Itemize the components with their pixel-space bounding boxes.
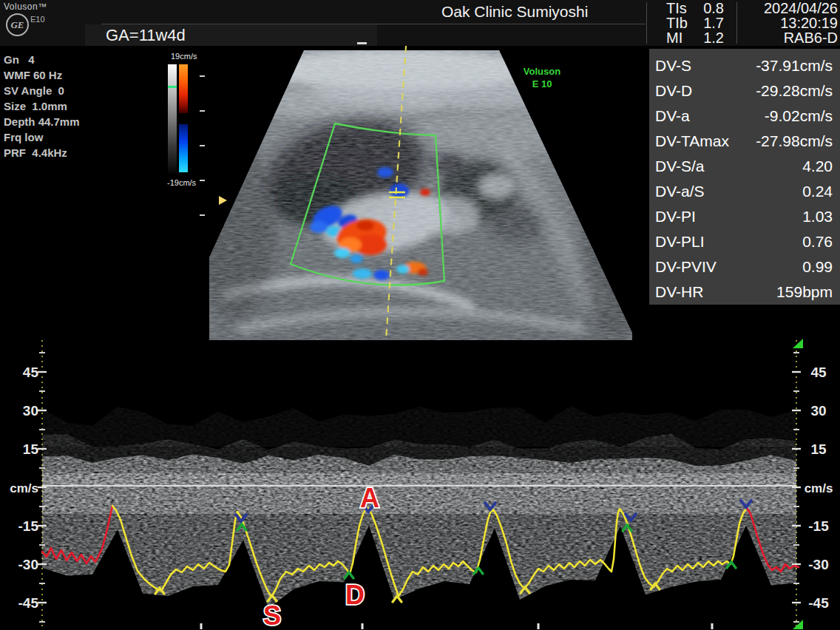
depth-tick: [200, 214, 205, 216]
ti-value: 1.7: [703, 16, 724, 30]
grayscale-bar: [168, 64, 177, 174]
scan-param: WMF 60 Hz: [4, 67, 80, 83]
ultrasound-screen: Voluson™ GE E10 GA=11w4d Oak Clinic Sumi…: [0, 0, 840, 630]
dv-measurement-row: DV-a-9.02cm/s: [655, 104, 833, 129]
y-axis-label-right: cm/s: [805, 481, 833, 495]
time-text: 13:20:19: [739, 16, 838, 30]
y-axis-label-left: cm/s: [10, 481, 38, 495]
header-separator-2: [736, 2, 737, 44]
ti-label: TIb: [666, 16, 688, 30]
dv-label: DV-HR: [655, 280, 703, 305]
thermal-index-block: TIs0.8TIb1.7MI1.2: [666, 1, 724, 45]
doppler-baseline: [42, 485, 796, 487]
ge-logo-icon: GE: [6, 13, 29, 36]
scan-param: SV Angle 0: [4, 83, 80, 98]
grayscale-marker: [168, 86, 177, 88]
header-bar: Voluson™ GE E10 GA=11w4d Oak Clinic Sumi…: [0, 0, 840, 46]
y-axis-label-left: 15: [23, 441, 39, 457]
scroll-marker-bottom-icon: [793, 620, 803, 629]
dv-measurement-row: DV-HR159bpm: [655, 280, 833, 305]
dv-value: 1.03: [802, 204, 833, 229]
colorbar-positive: [179, 64, 188, 113]
ti-label: TIs: [666, 1, 687, 16]
y-axis-label-left: -45: [18, 595, 39, 611]
dv-label: DV-D: [655, 78, 692, 104]
y-axis-label-right: 15: [810, 441, 827, 457]
dv-measurements-panel: DV-S-37.91cm/sDV-D-29.28cm/sDV-a-9.02cm/…: [649, 49, 840, 305]
spectrum-dense-band: [42, 473, 796, 514]
scan-param: Depth 44.7mm: [4, 114, 80, 129]
colorbar-max-label: 19cm/s: [171, 52, 197, 61]
dv-measurement-row: DV-PLI0.76: [655, 229, 833, 254]
datetime-probe-block: 2024/04/2613:20:19RAB6-D: [739, 1, 838, 45]
spectrum-faint-noise: [42, 406, 796, 447]
wave-label-D: D: [345, 580, 365, 610]
scan-param: Frq low: [4, 129, 80, 145]
scan-param: PRF 4.4kHz: [4, 145, 80, 160]
dv-measurement-row: DV-TAmax-27.98cm/s: [655, 129, 833, 154]
scan-param: Size 1.0mm: [4, 98, 80, 114]
depth-tick: [200, 75, 205, 77]
dv-value: -29.28cm/s: [756, 78, 833, 104]
dv-value: 159bpm: [776, 280, 833, 305]
dv-measurement-row: DV-S-37.91cm/s: [655, 53, 833, 78]
dv-measurement-row: DV-a/S0.24: [655, 179, 833, 204]
voluson-watermark-line1: Voluson: [524, 66, 560, 77]
ti-value: 0.8: [703, 1, 724, 16]
y-axis-label-left: 30: [23, 403, 38, 419]
dv-label: DV-PLI: [655, 229, 705, 254]
dv-measurement-row: DV-D-29.28cm/s: [655, 78, 833, 104]
y-axis-label-right: 45: [810, 365, 827, 380]
y-axis-label-right: -45: [808, 595, 829, 611]
y-axis-label-right: -15: [808, 518, 829, 534]
scan-param: Gn 4: [4, 52, 80, 67]
y-axis-label-left: -30: [18, 557, 38, 572]
scan-parameters: Gn 4WMF 60 HzSV Angle 0Size 1.0mmDepth 4…: [4, 52, 80, 160]
time-tick: [362, 623, 364, 629]
dv-value: 0.99: [802, 254, 833, 280]
depth-tick: [200, 110, 205, 112]
ti-row: MI1.2: [666, 30, 724, 45]
ti-row: TIs0.8: [666, 1, 724, 16]
depth-tick: [200, 180, 205, 181]
date-text: 2024/04/26: [739, 1, 838, 16]
probe-name: RAB6-D: [739, 30, 838, 45]
dv-measurement-row: DV-S/a4.20: [655, 154, 833, 179]
dv-value: -27.98cm/s: [756, 129, 833, 154]
brand-model: E10: [30, 15, 45, 24]
dv-label: DV-PVIV: [655, 254, 717, 280]
bmode-image-area: Voluson E 10: [209, 44, 632, 340]
brand-voluson: Voluson™: [4, 1, 47, 12]
ti-row: TIb1.7: [666, 16, 724, 30]
ti-label: MI: [666, 30, 682, 45]
focus-arrow-icon: [219, 196, 227, 205]
colorbar-negative: [179, 124, 188, 172]
time-tick: [538, 623, 540, 629]
dv-label: DV-PI: [655, 204, 696, 229]
y-axis-label-left: -15: [18, 518, 39, 534]
dv-value: -37.91cm/s: [756, 53, 833, 78]
spectral-doppler-area: 454530301515cm/scm/s-15-15-30-30-45-45AS…: [0, 337, 840, 630]
depth-tick: [200, 145, 205, 146]
y-axis-label-right: -30: [808, 557, 828, 572]
dv-measurement-row: DV-PVIV0.99: [655, 254, 833, 280]
time-tick: [711, 623, 714, 629]
y-axis-label-right: 30: [810, 403, 826, 419]
dv-value: -9.02cm/s: [765, 104, 833, 129]
wave-label-A: A: [360, 483, 379, 513]
dv-value: 4.20: [802, 154, 833, 179]
scroll-marker-top-icon: [793, 339, 803, 348]
dv-label: DV-S: [655, 53, 691, 78]
time-tick: [200, 623, 203, 629]
wave-label-S: S: [263, 600, 281, 630]
dv-value: 0.76: [802, 229, 833, 254]
ti-value: 1.2: [703, 30, 724, 45]
voluson-watermark-line2: E 10: [532, 78, 552, 89]
gestational-age: GA=11w4d: [106, 26, 186, 45]
colorbar-min-label: -19cm/s: [167, 178, 196, 187]
dv-measurement-row: DV-PI1.03: [655, 204, 833, 229]
header-divider: [101, 24, 646, 24]
dv-label: DV-a/S: [655, 179, 705, 204]
dv-label: DV-S/a: [655, 154, 705, 179]
clinic-name: Oak Clinic Sumiyoshi: [441, 3, 588, 21]
